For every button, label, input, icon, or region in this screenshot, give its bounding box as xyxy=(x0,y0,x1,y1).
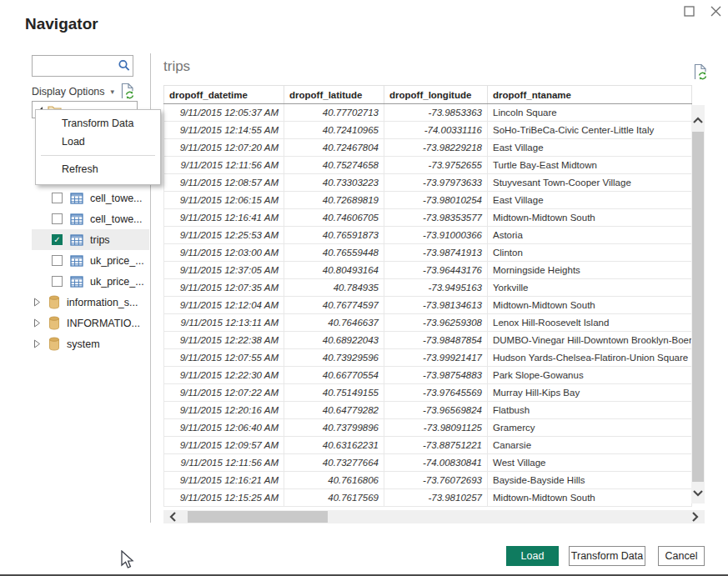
horizontal-scrollbar-thumb[interactable] xyxy=(188,511,328,523)
table-row: 9/11/2015 12:11:56 AM40.73277664-74.0083… xyxy=(164,454,692,472)
table-row: 9/11/2015 12:03:00 AM40.76559448-73.9874… xyxy=(164,244,692,262)
display-options-label: Display Options xyxy=(32,86,105,98)
table-cell: Bayside-Bayside Hills xyxy=(488,472,692,489)
table-cell: -73.9495163 xyxy=(384,279,488,297)
table-cell: 40.68922043 xyxy=(284,332,384,349)
menu-item-transform-data[interactable]: Transform Data xyxy=(36,114,160,133)
table-row: 9/11/2015 12:11:56 AM40.75274658-73.9752… xyxy=(164,157,692,174)
table-row: 9/11/2015 12:15:25 AM40.7617569-73.98102… xyxy=(164,489,692,507)
table-grid-icon xyxy=(70,255,83,267)
table-cell: 9/11/2015 12:22:30 AM xyxy=(164,367,284,384)
table-cell: -73.96569824 xyxy=(384,402,488,419)
refresh-preview-icon[interactable] xyxy=(693,63,708,84)
table-cell: 9/11/2015 12:06:40 AM xyxy=(164,419,284,437)
table-cell: 40.72467804 xyxy=(284,139,384,157)
scroll-up-icon[interactable] xyxy=(691,113,705,127)
table-cell: 9/11/2015 12:22:38 AM xyxy=(164,332,284,349)
table-cell: Flatbush xyxy=(488,402,692,419)
checkbox-unchecked[interactable] xyxy=(52,255,63,266)
table-row: 9/11/2015 12:06:15 AM40.72689819-73.9801… xyxy=(164,192,692,209)
checkbox-unchecked[interactable] xyxy=(52,213,63,224)
table-cell: 9/11/2015 12:13:11 AM xyxy=(164,314,284,332)
transform-data-button[interactable]: Transform Data xyxy=(569,546,645,566)
table-cell: -73.99921417 xyxy=(384,349,488,367)
table-cell: -73.98754883 xyxy=(384,367,488,384)
table-cell: Midtown-Midtown South xyxy=(488,297,692,314)
navigator-dialog: Navigator Display Options ▾ xyxy=(0,0,728,576)
preview-title: trips xyxy=(163,58,190,75)
cancel-button[interactable]: Cancel xyxy=(658,546,705,566)
scroll-left-icon[interactable] xyxy=(163,510,182,523)
table-cell: Lincoln Square xyxy=(488,104,692,122)
table-cell: -73.96443176 xyxy=(384,262,488,279)
table-cell: East Village xyxy=(488,139,692,157)
search-icon[interactable] xyxy=(116,58,133,74)
table-cell: 9/11/2015 12:37:05 AM xyxy=(164,262,284,279)
table-cell: 40.784935 xyxy=(284,279,384,297)
tree-item-information-s[interactable]: information_s... xyxy=(32,292,149,313)
column-header-dropoff_ntaname: dropoff_ntaname xyxy=(488,86,692,104)
search-input[interactable] xyxy=(33,56,116,76)
load-button[interactable]: Load xyxy=(506,546,559,566)
table-row: 9/11/2015 12:16:41 AM40.74606705-73.9835… xyxy=(164,209,692,227)
close-icon[interactable] xyxy=(709,3,724,18)
column-header-dropoff_longitude: dropoff_longitude xyxy=(384,86,488,104)
table-cell: 9/11/2015 12:25:53 AM xyxy=(164,227,284,244)
table-cell: 9/11/2015 12:15:25 AM xyxy=(164,489,284,507)
table-cell: -73.98353577 xyxy=(384,209,488,227)
table-cell: Hudson Yards-Chelsea-Flatiron-Union Squa… xyxy=(488,349,692,367)
horizontal-scrollbar-track[interactable] xyxy=(182,510,686,523)
table-cell: 40.72689819 xyxy=(284,192,384,209)
tree-item-label: system xyxy=(67,338,100,350)
table-cell: Murray Hill-Kips Bay xyxy=(488,384,692,402)
table-cell: 9/11/2015 12:03:00 AM xyxy=(164,244,284,262)
table-cell: 9/11/2015 12:07:55 AM xyxy=(164,349,284,367)
table-cell: 40.77702713 xyxy=(284,104,384,122)
table-cell: -73.96259308 xyxy=(384,314,488,332)
table-body: 9/11/2015 12:05:37 AM40.77702713-73.9853… xyxy=(164,104,692,507)
table-cell: 9/11/2015 12:20:16 AM xyxy=(164,402,284,419)
checkbox-unchecked[interactable] xyxy=(52,193,63,203)
table-cell: 40.72410965 xyxy=(284,122,384,139)
tree-item-uk-price[interactable]: uk_price_... xyxy=(32,271,149,292)
table-cell: -73.9853363 xyxy=(384,104,488,122)
table-row: 9/11/2015 12:07:20 AM40.72467804-73.9822… xyxy=(164,139,692,157)
tree-item-cell-towe[interactable]: cell_towe... xyxy=(32,188,149,208)
table-grid-icon xyxy=(70,213,83,225)
table-cell: 40.75274658 xyxy=(284,157,384,174)
tree-item-trips[interactable]: ✓ trips xyxy=(32,229,149,250)
checkbox-checked[interactable]: ✓ xyxy=(52,234,63,245)
menu-item-refresh[interactable]: Refresh xyxy=(36,160,160,178)
table-row: 9/11/2015 12:12:04 AM40.76774597-73.9813… xyxy=(164,297,692,314)
table-cell: -73.9810257 xyxy=(384,489,488,507)
vertical-scrollbar[interactable] xyxy=(691,105,705,503)
table-cell: 9/11/2015 12:14:55 AM xyxy=(164,122,284,139)
table-cell: -73.98487854 xyxy=(384,332,488,349)
table-row: 9/11/2015 12:16:21 AM40.7616806-73.76072… xyxy=(164,472,692,489)
table-row: 9/11/2015 12:14:55 AM40.72410965-74.0033… xyxy=(164,122,692,139)
vertical-scrollbar-thumb[interactable] xyxy=(692,132,704,482)
menu-item-load[interactable]: Load xyxy=(36,133,160,151)
checkbox-unchecked[interactable] xyxy=(52,276,63,287)
table-cell: Midtown-Midtown South xyxy=(488,209,692,227)
chevron-right-icon[interactable] xyxy=(33,298,41,307)
chevron-right-icon[interactable] xyxy=(33,339,41,348)
table-cell: -73.97645569 xyxy=(384,384,488,402)
table-cell: Turtle Bay-East Midtown xyxy=(488,157,692,174)
table-row: 9/11/2015 12:07:22 AM40.75149155-73.9764… xyxy=(164,384,692,402)
chevron-right-icon[interactable] xyxy=(33,318,41,328)
scroll-right-icon[interactable] xyxy=(686,510,705,523)
maximize-icon[interactable] xyxy=(682,3,697,18)
tree-item-cell-towe[interactable]: cell_towe... xyxy=(32,208,149,229)
tree-item-informatio[interactable]: INFORMATIO... xyxy=(32,313,149,333)
tree-item-uk-price[interactable]: uk_price_... xyxy=(32,250,149,271)
database-cylinder-icon xyxy=(48,316,60,330)
tree-item-system[interactable]: system xyxy=(32,333,149,354)
scroll-down-icon[interactable] xyxy=(691,487,705,500)
search-box[interactable] xyxy=(32,55,133,77)
menu-separator xyxy=(41,155,155,156)
table-cell: Astoria xyxy=(488,227,692,244)
horizontal-scrollbar[interactable] xyxy=(163,510,705,523)
table-cell: -73.98741913 xyxy=(384,244,488,262)
table-cell: Stuyvesant Town-Cooper Village xyxy=(488,174,692,192)
